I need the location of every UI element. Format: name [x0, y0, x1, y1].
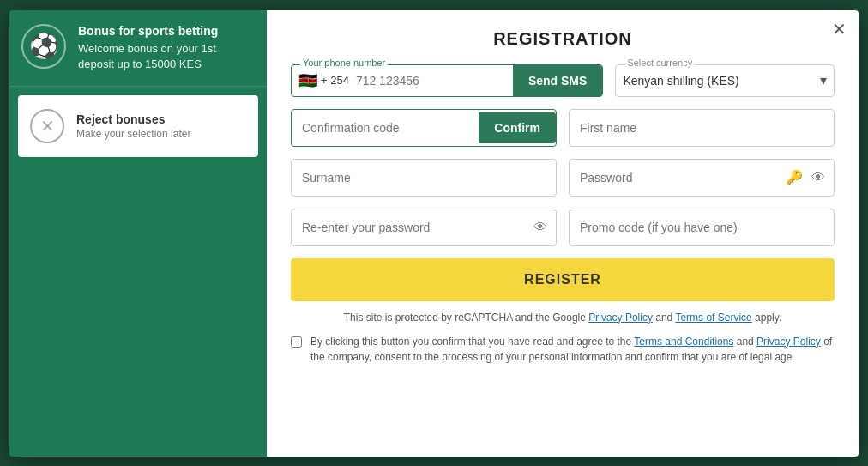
modal-container: ⚽ Bonus for sports betting Welcome bonus… — [9, 10, 859, 457]
recaptcha-notice: This site is protected by reCAPTCHA and … — [291, 312, 835, 324]
password-input[interactable] — [570, 160, 786, 196]
phone-field-wrap: Your phone number 🇰🇪 + 254 Send SMS — [291, 64, 603, 97]
right-panel: ✕ REGISTRATION Your phone number 🇰🇪 + 25… — [267, 10, 859, 457]
eye-icon[interactable]: 👁 — [811, 170, 825, 185]
reject-title: Reject bonuses — [76, 112, 190, 126]
promo-code-input[interactable] — [570, 209, 834, 245]
kenya-flag-icon: 🇰🇪 — [298, 71, 317, 90]
repassword-promo-row: 👁 — [291, 209, 835, 246]
first-name-input[interactable] — [570, 110, 834, 146]
phone-label: Your phone number — [300, 57, 388, 68]
privacy-policy-link[interactable]: Privacy Policy — [588, 312, 653, 324]
key-icon: 🔑 — [786, 169, 803, 185]
reject-icon: ✕ — [30, 109, 64, 143]
bonus-text: Bonus for sports betting Welcome bonus o… — [78, 24, 255, 72]
terms-text: By clicking this button you confirm that… — [310, 334, 835, 365]
terms-of-service-link[interactable]: Terms of Service — [675, 312, 751, 324]
close-button[interactable]: ✕ — [832, 21, 847, 38]
soccer-icon: ⚽ — [21, 24, 66, 69]
confirmation-code-group: Confirm — [291, 109, 557, 147]
terms-checkbox[interactable] — [291, 336, 302, 348]
chevron-down-icon: ▾ — [820, 72, 827, 88]
left-panel: ⚽ Bonus for sports betting Welcome bonus… — [9, 10, 267, 457]
currency-select[interactable]: Kenyan shilling (KES) USD EUR — [616, 65, 820, 96]
reenter-password-group: 👁 — [291, 209, 557, 246]
reenter-password-input[interactable] — [292, 209, 533, 245]
reject-text: Reject bonuses Make your selection later — [76, 112, 190, 140]
phone-prefix: + 254 — [321, 74, 349, 87]
phone-currency-row: Your phone number 🇰🇪 + 254 Send SMS Sele… — [291, 64, 835, 97]
password-group: 🔑 👁 — [569, 159, 835, 197]
terms-row: By clicking this button you confirm that… — [291, 334, 835, 365]
surname-input[interactable] — [292, 160, 556, 196]
surname-password-row: 🔑 👁 — [291, 159, 835, 197]
register-button[interactable]: REGISTER — [291, 258, 835, 301]
terms-conditions-link[interactable]: Terms and Conditions — [634, 336, 733, 348]
currency-label: Select currency — [624, 57, 695, 68]
confirmation-firstname-row: Confirm — [291, 109, 835, 147]
reject-card[interactable]: ✕ Reject bonuses Make your selection lat… — [18, 95, 258, 157]
send-sms-button[interactable]: Send SMS — [513, 65, 602, 96]
first-name-group — [569, 109, 835, 147]
privacy-policy-link-2[interactable]: Privacy Policy — [756, 336, 821, 348]
phone-input[interactable] — [349, 65, 513, 96]
eye-slash-icon[interactable]: 👁 — [533, 220, 547, 235]
reject-subtitle: Make your selection later — [76, 128, 190, 140]
promo-code-group — [569, 209, 835, 246]
confirmation-code-input[interactable] — [292, 110, 479, 146]
currency-field-wrap: Select currency Kenyan shilling (KES) US… — [615, 64, 835, 97]
confirm-button[interactable]: Confirm — [479, 112, 556, 143]
surname-group — [291, 159, 557, 197]
bonus-title: Bonus for sports betting — [78, 24, 255, 38]
modal-title: REGISTRATION — [291, 29, 835, 49]
bonus-card[interactable]: ⚽ Bonus for sports betting Welcome bonus… — [9, 10, 267, 87]
bonus-description: Welcome bonus on your 1st deposit up to … — [78, 41, 255, 72]
